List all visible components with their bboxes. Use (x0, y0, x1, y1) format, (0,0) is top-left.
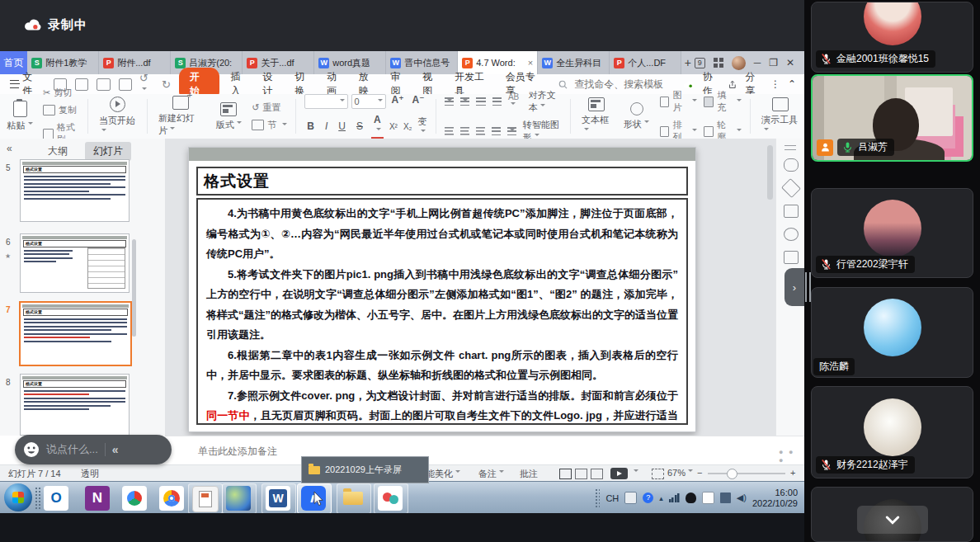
increase-indent-icon[interactable] (492, 97, 502, 106)
decrease-indent-icon[interactable] (476, 97, 485, 106)
layout-button[interactable]: 版式 (209, 102, 248, 131)
share-icon[interactable] (728, 79, 737, 90)
italic-button[interactable]: I (323, 120, 330, 132)
slide-thumbnail-8[interactable]: 格式设置 (20, 374, 130, 436)
sidebar-drag-handle[interactable] (805, 272, 812, 302)
sorter-view-icon[interactable] (575, 469, 587, 479)
participant-tile[interactable]: 陈浩麟 (811, 287, 973, 378)
notes-splitter-dots[interactable]: ● ● ● (779, 448, 804, 464)
beautify-wand-icon[interactable] (781, 178, 801, 198)
section-button[interactable]: 节 (252, 119, 287, 131)
resource-icon[interactable] (784, 251, 799, 264)
play-options-caret[interactable] (631, 468, 638, 478)
text-direction-icon[interactable]: AB (508, 92, 522, 111)
slide[interactable]: 格式设置 4.为书稿中用黄色底纹标出的文字“手机上网比例首超传统PC”添加脚注，… (188, 147, 696, 432)
slide-title[interactable]: 格式设置 (196, 167, 688, 196)
bullet-list-icon[interactable] (445, 97, 454, 106)
undo-icon[interactable]: ↺ (139, 72, 155, 97)
comments-button[interactable]: 批注 (520, 468, 538, 480)
slide-thumbnail-5[interactable]: 格式设置 (20, 159, 130, 222)
tray-clock[interactable]: 16:00 2022/10/29 (752, 488, 798, 509)
numbered-list-icon[interactable] (460, 97, 469, 106)
expand-panel-tab[interactable]: › (784, 268, 804, 306)
tab-outline[interactable]: 大纲 (48, 144, 68, 158)
preview-icon[interactable] (119, 78, 132, 91)
word-taskbar-icon[interactable]: W (266, 486, 290, 511)
normal-view-icon[interactable] (559, 469, 572, 479)
fit-slide-icon[interactable] (652, 469, 664, 479)
collapse-chat-icon[interactable]: « (112, 443, 119, 456)
expand-tray-icon[interactable]: ▴ (659, 494, 663, 502)
bold-button[interactable]: B (304, 120, 317, 132)
align-center-icon[interactable] (460, 127, 469, 136)
notes-button[interactable]: 备注 (478, 468, 504, 480)
align-right-icon[interactable] (476, 127, 485, 136)
copy-button[interactable]: 复制 (43, 104, 79, 116)
keyboard-tray-icon[interactable] (624, 492, 637, 504)
zoom-slider-handle[interactable] (727, 469, 737, 479)
chat-placeholder[interactable]: 说点什么... (46, 442, 98, 457)
help-tray-icon[interactable]: ? (643, 493, 653, 503)
globe-app-icon[interactable] (226, 486, 251, 511)
text-effect-button[interactable]: 变 (418, 115, 427, 138)
subscript-button[interactable]: X₂ (403, 122, 412, 131)
strikethrough-button[interactable]: S (354, 120, 365, 132)
slide-thumbnail-6[interactable]: 格式设置 (20, 233, 130, 293)
zoom-percent[interactable]: 67% (667, 468, 693, 478)
text-box-button[interactable]: 文本框 (576, 97, 617, 136)
font-family-select[interactable] (304, 94, 347, 109)
chrome-taskbar-icon[interactable] (159, 486, 184, 511)
power-plug-icon[interactable] (720, 493, 731, 503)
minimize-button[interactable]: ─ (754, 57, 761, 68)
participant-tile[interactable] (811, 487, 973, 542)
play-from-current-button[interactable]: 当页开始 (93, 97, 142, 137)
contacts-app-icon[interactable] (378, 486, 403, 511)
network-signal-icon[interactable] (669, 493, 680, 502)
workspace-grid-icon[interactable] (714, 58, 723, 68)
redo-icon[interactable]: ↻ (162, 78, 171, 91)
font-size-select[interactable]: 0 (351, 94, 386, 109)
decrease-font-button[interactable]: A⁻ (410, 94, 427, 109)
participant-tile[interactable]: 财务2212赵泽宇 (811, 386, 973, 478)
tab-list-button[interactable]: 9 (695, 58, 705, 68)
new-slide-button[interactable]: 新建幻灯片 (153, 96, 209, 137)
zoom-out-button[interactable]: − (697, 468, 702, 478)
participant-tile[interactable]: 金融2001班徐馨悦15 (811, 2, 973, 73)
reset-button[interactable]: ↺重置 (252, 101, 287, 114)
account-avatar[interactable] (732, 56, 746, 70)
align-left-icon[interactable] (445, 127, 454, 136)
increase-font-button[interactable]: A⁺ (389, 94, 407, 109)
present-tools-button[interactable]: 演示工具 (756, 97, 804, 136)
chat-bubble[interactable]: 说点什么... « (15, 435, 172, 464)
collapse-ribbon-icon[interactable]: ⌃ (788, 78, 796, 90)
wps-taskbar-icon[interactable] (122, 486, 147, 511)
onenote-taskbar-icon[interactable]: N (85, 486, 110, 511)
cut-button[interactable]: ✂剪切 (43, 87, 79, 99)
panel-drag-icon[interactable] (784, 145, 796, 150)
underline-button[interactable]: U (336, 120, 348, 132)
line-spacing-icon[interactable] (507, 127, 516, 136)
close-button[interactable]: ✕ (786, 57, 794, 68)
doc-tab[interactable]: P个人...DF (610, 51, 681, 74)
document-app-icon[interactable] (192, 486, 219, 512)
language-indicator[interactable]: CH (605, 493, 619, 503)
duplicate-page-icon[interactable] (784, 205, 799, 218)
action-center-flag-icon[interactable] (702, 492, 714, 504)
start-button[interactable] (4, 483, 32, 511)
thumbnail-scrollbar[interactable] (132, 239, 136, 337)
cloud-sync-icon[interactable] (683, 79, 695, 90)
participant-tile[interactable]: 行管2202梁宇轩 (811, 188, 973, 278)
zoom-in-button[interactable]: + (790, 468, 795, 478)
justify-icon[interactable] (492, 127, 501, 136)
zoom-slider-track[interactable] (708, 473, 785, 474)
restore-button[interactable]: ❐ (769, 57, 778, 68)
paste-button[interactable]: 粘贴 (0, 101, 40, 132)
explorer-taskbar-icon[interactable] (341, 486, 365, 511)
smiley-icon[interactable] (23, 441, 40, 458)
more-menu-icon[interactable]: ⋮ (770, 78, 780, 90)
reading-view-icon[interactable] (591, 469, 603, 479)
participant-tile-speaking[interactable]: 吕淑芳 (811, 74, 973, 162)
close-tab-icon[interactable]: × (528, 58, 533, 68)
slide-scrollbar[interactable] (767, 145, 773, 200)
notes-pane[interactable]: 单击此处添加备注 ● ● ● (165, 436, 804, 465)
